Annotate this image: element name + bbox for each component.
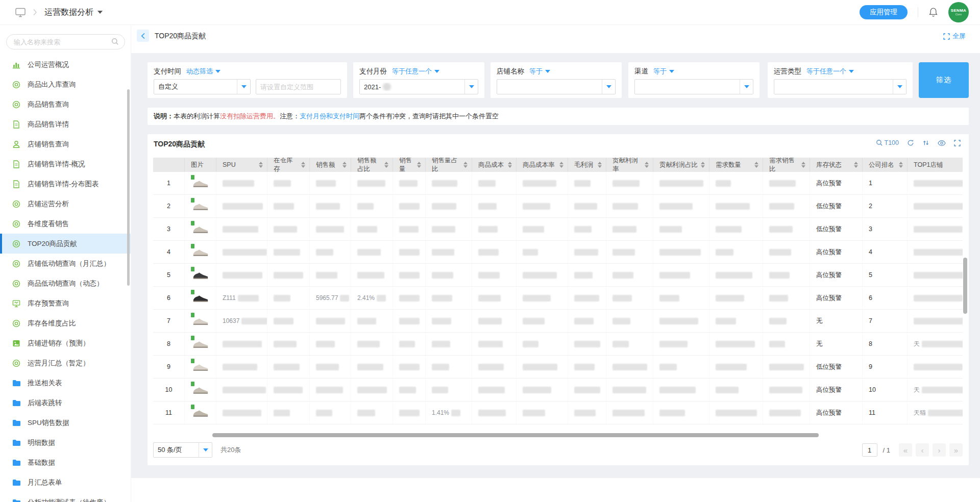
stock-status-cell: 低位预警: [810, 356, 863, 378]
table-columns-visibility-button[interactable]: [938, 140, 946, 146]
table-search-button[interactable]: T100: [876, 139, 899, 146]
column-header[interactable]: 贡献利润占比: [653, 158, 709, 172]
sidebar-item[interactable]: 店铺销售查询: [0, 134, 131, 154]
column-header[interactable]: 商品成本率: [517, 158, 568, 172]
sidebar-item[interactable]: 月汇总表单: [0, 472, 131, 492]
sort-carets-icon[interactable]: [595, 162, 602, 168]
sidebar-item[interactable]: 店铺低动销查询（月汇总）: [0, 254, 131, 273]
column-header[interactable]: 销售量占比: [426, 158, 472, 172]
document-icon: [12, 160, 21, 169]
filter-operator-dropdown[interactable]: 等于任意一个: [806, 67, 854, 76]
filter-operator-dropdown[interactable]: 等于: [653, 67, 674, 76]
sidebar-item[interactable]: 库存预警查询: [0, 293, 131, 313]
notification-bell-icon[interactable]: [928, 7, 938, 18]
sort-carets-icon[interactable]: [851, 162, 858, 168]
redacted-data-cell: [426, 195, 472, 217]
first-page-button[interactable]: «: [899, 443, 912, 457]
column-header[interactable]: SPU: [216, 158, 267, 172]
column-header[interactable]: 销售量: [393, 158, 426, 172]
table-sort-button[interactable]: [922, 139, 929, 146]
column-header[interactable]: 贡献利润率: [606, 158, 653, 172]
table-horizontal-scrollbar[interactable]: [212, 433, 819, 437]
sidebar-item[interactable]: 商品销售查询: [0, 94, 131, 114]
company-rank-cell: 7: [863, 310, 908, 332]
column-header[interactable]: 在仓库存: [267, 158, 310, 172]
redacted-blur: [316, 203, 340, 210]
sort-carets-icon[interactable]: [414, 162, 421, 168]
sidebar-item[interactable]: 店铺销售详情-概况: [0, 154, 131, 174]
filter-value-select[interactable]: [774, 79, 906, 94]
sidebar-item[interactable]: 店铺运营分析: [0, 194, 131, 214]
sidebar-item[interactable]: 运营月汇总（暂定）: [0, 353, 131, 373]
back-button[interactable]: [137, 30, 149, 42]
top-bar: 运营数据分析 应用管理 SENMA Com: [0, 0, 980, 25]
breadcrumb-app-switcher[interactable]: 运营数据分析: [44, 7, 103, 18]
column-header[interactable]: 公司排名: [863, 158, 908, 172]
redacted-data-cell: [709, 241, 763, 263]
sidebar-item[interactable]: 明细数据: [0, 433, 131, 453]
sort-carets-icon[interactable]: [698, 162, 705, 168]
sidebar-search-input[interactable]: [6, 34, 125, 49]
sidebar-item[interactable]: 商品销售详情: [0, 114, 131, 134]
sort-carets-icon[interactable]: [896, 162, 903, 168]
sort-carets-icon[interactable]: [751, 162, 758, 168]
table-refresh-button[interactable]: [907, 139, 914, 146]
sidebar-item[interactable]: 推送相关表: [0, 373, 131, 393]
sidebar-item[interactable]: 商品低动销查询（动态）: [0, 273, 131, 293]
sort-carets-icon[interactable]: [256, 162, 263, 168]
sort-carets-icon[interactable]: [339, 162, 347, 168]
sidebar-item[interactable]: 店铺进销存（预测）: [0, 333, 131, 353]
custom-range-input[interactable]: [256, 79, 341, 94]
table-vertical-scrollbar[interactable]: [963, 258, 967, 314]
sort-carets-icon[interactable]: [556, 162, 564, 168]
filter-operator-dropdown[interactable]: 等于任意一个: [392, 67, 439, 76]
sidebar-item[interactable]: 公司运营概况: [0, 55, 131, 74]
filter-value-select[interactable]: 自定义: [154, 79, 251, 94]
current-page-input[interactable]: 1: [862, 443, 877, 457]
last-page-button[interactable]: »: [949, 443, 963, 457]
sidebar-item[interactable]: 库存各维度占比: [0, 313, 131, 333]
column-header[interactable]: 销售额占比: [351, 158, 393, 172]
sidebar-item[interactable]: 商品出入库查询: [0, 74, 131, 94]
sort-carets-icon[interactable]: [798, 162, 805, 168]
app-manage-button[interactable]: 应用管理: [860, 5, 908, 19]
column-header[interactable]: 销售额: [310, 158, 351, 172]
prev-page-button[interactable]: ‹: [916, 443, 929, 457]
next-page-button[interactable]: ›: [933, 443, 946, 457]
filter-operator-dropdown[interactable]: 等于: [529, 67, 550, 76]
column-header[interactable]: 商品成本: [472, 158, 517, 172]
sort-carets-icon[interactable]: [460, 162, 468, 168]
column-header[interactable]: 库存状态: [810, 158, 863, 172]
filter-value-select[interactable]: [634, 79, 753, 94]
filter-submit-button[interactable]: 筛选: [919, 62, 969, 98]
sidebar-scrollbar[interactable]: [127, 89, 130, 286]
table-row: 9低位预警9: [153, 356, 963, 379]
redacted-data-cell: [351, 172, 393, 194]
sidebar-item[interactable]: 基础数据: [0, 453, 131, 472]
search-icon[interactable]: [111, 38, 119, 45]
sidebar-item[interactable]: 分析功能测试表（待作废）: [0, 492, 131, 502]
sidebar-item[interactable]: 后端表跳转: [0, 393, 131, 413]
sidebar-item[interactable]: 各维度看销售: [0, 214, 131, 234]
page-fullscreen-button[interactable]: 全屏: [943, 32, 966, 41]
avatar[interactable]: SENMA Com: [948, 2, 969, 22]
sort-carets-icon[interactable]: [642, 162, 649, 168]
page-size-select[interactable]: 50 条/页: [153, 442, 212, 458]
column-header[interactable]: 需求数量: [709, 158, 763, 172]
top-shop-cell: [908, 356, 963, 378]
sort-carets-icon[interactable]: [505, 162, 512, 168]
table-fullscreen-button[interactable]: [954, 140, 961, 146]
column-header[interactable]: 需求销售比: [763, 158, 810, 172]
workspace-icon[interactable]: [15, 8, 26, 17]
filter-value-select[interactable]: 2021-: [359, 79, 478, 94]
filter-value-select[interactable]: [497, 79, 616, 94]
table-card: TOP20商品贡献 T100 图片SPU在仓库存销售额销售额占比销售量销售量占比…: [148, 134, 969, 465]
filter-operator-dropdown[interactable]: 动态筛选: [186, 67, 220, 76]
sort-carets-icon[interactable]: [381, 162, 388, 168]
sidebar-item[interactable]: 店铺销售详情-分布图表: [0, 174, 131, 194]
sidebar-item[interactable]: SPU销售数据: [0, 413, 131, 433]
sidebar-item[interactable]: TOP20商品贡献: [0, 234, 131, 254]
redacted-data-cell: [426, 287, 472, 309]
column-header[interactable]: 毛利润: [568, 158, 606, 172]
sort-carets-icon[interactable]: [298, 162, 305, 168]
